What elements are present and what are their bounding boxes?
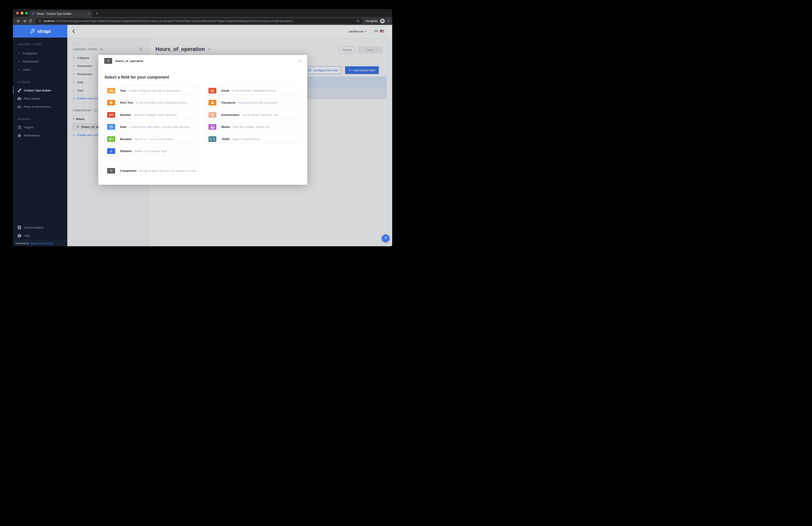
- list-icon: [17, 126, 21, 129]
- paintbrush-icon: [17, 89, 21, 92]
- json-braces-icon: {···}: [208, 136, 216, 142]
- media-image-icon: [208, 124, 216, 130]
- calendar-icon: [107, 124, 115, 130]
- field-card-enumeration[interactable]: Enumeration List of values, then pick on…: [206, 110, 301, 119]
- browser-tab-bar: Strapi - Content Type Builder × +: [13, 9, 392, 17]
- browser-window: Strapi - Content Type Builder × + localh…: [13, 9, 392, 246]
- field-card-boolean[interactable]: Boolean Yes or no, 1 or 0, true or false: [104, 135, 200, 143]
- field-card-text[interactable]: Ab Text Small or long text like title or…: [104, 86, 200, 95]
- brand-name: strapi: [38, 29, 51, 34]
- app-content: strapi CONTENT TYPES Categories Restaura…: [13, 25, 392, 246]
- strapi-brand[interactable]: strapi: [13, 25, 67, 37]
- section-label-plugins: PLUGINS: [17, 79, 31, 85]
- field-card-date[interactable]: Date A date picker with hours, minutes a…: [104, 123, 200, 131]
- bullet-icon: [18, 61, 19, 62]
- bookmark-star-icon[interactable]: [357, 19, 360, 22]
- component-icon: [104, 58, 112, 64]
- sidebar-item-restaurants[interactable]: Restaurants: [13, 57, 67, 65]
- strapi-favicon-icon: [31, 12, 35, 15]
- field-card-media[interactable]: Media Files like images, videos, etc: [206, 123, 301, 131]
- relation-link-icon: [107, 148, 115, 154]
- sidebar-item-help[interactable]: ? Help: [13, 231, 67, 240]
- field-card-json[interactable]: {···} JSON Data in JSON format: [206, 135, 301, 143]
- url-text[interactable]: localhost:1337/admin/plugins/content-typ…: [44, 19, 354, 22]
- incognito-label: Incognito: [366, 19, 378, 22]
- bullet-icon: [18, 53, 19, 54]
- component-icon: [107, 168, 115, 174]
- tab-title: Strapi - Content Type Builder: [37, 12, 86, 15]
- browser-tab[interactable]: Strapi - Content Type Builder ×: [29, 11, 92, 17]
- close-window-button[interactable]: [16, 12, 19, 14]
- question-circle-icon: ?: [17, 234, 21, 238]
- url-path: :1337/admin/plugins/content-type-builder…: [55, 19, 295, 22]
- strapi-version-link[interactable]: Strapi v3.0.0-next.33: [30, 242, 53, 245]
- reload-icon[interactable]: [27, 18, 33, 24]
- field-card-email[interactable]: @ Email Email field with validations for…: [206, 86, 301, 95]
- minimize-window-button[interactable]: [20, 12, 23, 14]
- book-icon: [17, 226, 21, 229]
- main-sidebar: strapi CONTENT TYPES Categories Restaura…: [13, 25, 67, 246]
- section-label-general: GENERAL: [17, 116, 32, 122]
- browser-menu-icon[interactable]: [388, 19, 389, 22]
- powered-by-text: Powered by: [16, 242, 29, 245]
- field-card-richtext[interactable]: Rich Text A rich text editor with format…: [104, 99, 200, 107]
- number-field-icon: 123: [107, 112, 115, 118]
- choose-field-modal: Hours_of_operation × Select a field for …: [98, 55, 307, 185]
- field-card-number[interactable]: 123 Number Numbers (integer, float, deci…: [104, 110, 200, 119]
- bullet-icon: [18, 69, 19, 70]
- sidebar-item-users[interactable]: Users: [13, 65, 67, 74]
- url-host: localhost: [44, 19, 55, 22]
- password-lock-icon: [208, 100, 216, 105]
- field-card-relation[interactable]: Relation Refers to a Content Type: [104, 147, 200, 155]
- section-label-content-types: CONTENT TYPES: [17, 41, 42, 47]
- browser-toolbar: localhost:1337/admin/plugins/content-typ…: [13, 17, 392, 25]
- page-info-icon[interactable]: [38, 19, 42, 22]
- enumeration-list-icon: [208, 112, 216, 118]
- modal-title: Hours_of_operation: [115, 59, 143, 63]
- forward-icon[interactable]: [21, 18, 27, 24]
- modal-divider: [98, 161, 307, 161]
- sidebar-item-roles-permissions[interactable]: Roles & Permissions: [13, 103, 67, 111]
- basket-icon: [17, 134, 21, 137]
- cloud-upload-icon: [17, 97, 21, 100]
- field-card-password[interactable]: Password Password field with encryption: [206, 99, 301, 107]
- text-field-icon: Ab: [107, 88, 115, 93]
- main-area: paulbocuse ▾ EN CONTENT TYPES 5: [67, 25, 392, 246]
- toggle-icon: [107, 136, 115, 142]
- sidebar-item-content-type-builder[interactable]: Content Type Builder: [13, 86, 67, 94]
- field-type-grid: Ab Text Small or long text like title or…: [104, 86, 301, 155]
- sidebar-item-categories[interactable]: Categories: [13, 49, 67, 57]
- help-fab-button[interactable]: ?: [382, 235, 390, 242]
- incognito-icon: [380, 18, 385, 24]
- modal-header: Hours_of_operation ×: [98, 55, 307, 67]
- zoom-window-button[interactable]: [25, 12, 28, 14]
- richtext-field-icon: [107, 100, 115, 105]
- macos-traffic-lights[interactable]: [16, 12, 28, 14]
- email-field-icon: @: [208, 88, 216, 93]
- address-bar[interactable]: localhost:1337/admin/plugins/content-typ…: [35, 18, 362, 24]
- modal-heading: Select a field for your component: [104, 75, 169, 80]
- sidebar-item-documentation[interactable]: Documentation: [13, 223, 67, 231]
- new-tab-button[interactable]: +: [96, 11, 98, 17]
- field-card-component[interactable]: Component Group of fields that you can r…: [104, 166, 200, 175]
- close-icon[interactable]: ×: [299, 59, 302, 63]
- sidebar-item-plugins[interactable]: Plugins: [13, 123, 67, 131]
- users-group-icon: [17, 105, 21, 108]
- strapi-logo-icon: [29, 28, 35, 34]
- sidebar-item-files-upload[interactable]: Files Upload: [13, 94, 67, 103]
- powered-by-bar: Powered by Strapi v3.0.0-next.33: [13, 240, 67, 246]
- back-icon[interactable]: [16, 18, 21, 24]
- sidebar-item-marketplace[interactable]: Marketplace: [13, 131, 67, 139]
- tab-close-icon[interactable]: ×: [88, 12, 90, 15]
